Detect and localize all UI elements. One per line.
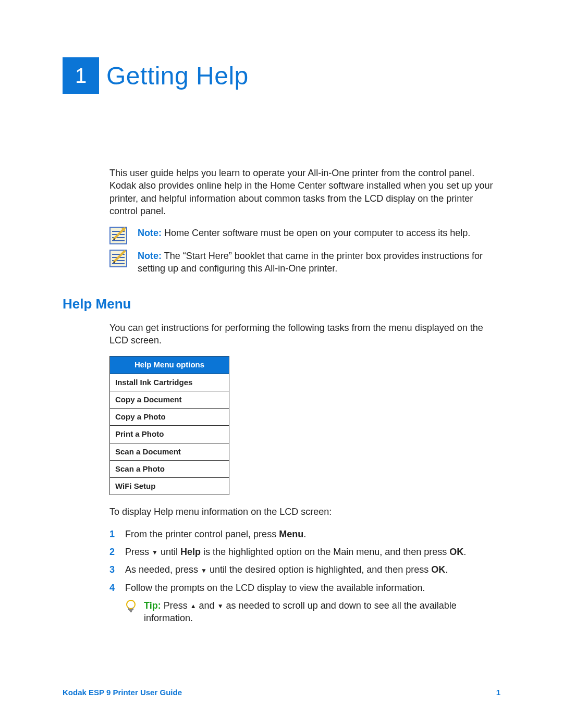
table-cell: Scan a Photo bbox=[110, 460, 229, 477]
table-cell: Scan a Document bbox=[110, 443, 229, 460]
help-menu-table: Help Menu options Install Ink Cartridges… bbox=[109, 356, 229, 495]
step-pre: As needed, press bbox=[125, 564, 201, 575]
page-footer: Kodak ESP 9 Printer User Guide 1 bbox=[63, 688, 500, 697]
table-row: Copy a Photo bbox=[110, 409, 229, 426]
table-cell: Print a Photo bbox=[110, 426, 229, 443]
section-body: You can get instructions for performing … bbox=[109, 322, 500, 625]
step-pre: From the printer control panel, press bbox=[125, 529, 279, 539]
note-row: Note: Home Center software must be open … bbox=[109, 227, 500, 244]
step-post: . bbox=[463, 547, 466, 557]
table-cell: Install Ink Cartridges bbox=[110, 374, 229, 391]
tip-text: Tip: Press ▲ and ▼ as needed to scroll u… bbox=[144, 599, 500, 625]
table-row: Scan a Photo bbox=[110, 460, 229, 477]
section-title: Help Menu bbox=[63, 296, 500, 312]
chapter-number-badge: 1 bbox=[63, 57, 99, 94]
step-bold: Help bbox=[180, 547, 201, 557]
step-number: 1 bbox=[109, 528, 118, 540]
step-number: 4 bbox=[109, 582, 118, 594]
table-row: WiFi Setup bbox=[110, 478, 229, 495]
step-item: 3As needed, press ▼ until the desired op… bbox=[109, 563, 500, 576]
table-row: Install Ink Cartridges bbox=[110, 374, 229, 391]
body-column: This user guide helps you learn to opera… bbox=[109, 167, 500, 275]
step-mid: until the desired option is highlighted,… bbox=[207, 564, 431, 575]
step-text: As needed, press ▼ until the desired opt… bbox=[125, 563, 500, 576]
table-row: Scan a Document bbox=[110, 443, 229, 460]
display-intro: To display Help menu information on the … bbox=[109, 505, 500, 518]
table-cell: Copy a Document bbox=[110, 391, 229, 408]
note-text: Note: The “Start Here” booklet that came… bbox=[138, 250, 500, 275]
table-row: Print a Photo bbox=[110, 426, 229, 443]
intro-paragraph: This user guide helps you learn to opera… bbox=[109, 167, 500, 217]
table-header: Help Menu options bbox=[110, 356, 229, 374]
note-row: Note: The “Start Here” booklet that came… bbox=[109, 250, 500, 275]
step-mid: until bbox=[158, 547, 180, 557]
step-number: 3 bbox=[109, 563, 118, 576]
table-cell: WiFi Setup bbox=[110, 478, 229, 495]
chapter-heading: 1 Getting Help bbox=[63, 57, 500, 94]
section-intro: You can get instructions for performing … bbox=[109, 322, 500, 347]
tip-pre: Press bbox=[164, 600, 190, 611]
note-body: Home Center software must be open on you… bbox=[164, 228, 470, 238]
step-pre: Follow the prompts on the LCD display to… bbox=[125, 583, 425, 593]
step-bold: OK bbox=[431, 564, 445, 575]
step-number: 2 bbox=[109, 546, 118, 558]
note-icon bbox=[109, 250, 127, 267]
table-cell: Copy a Photo bbox=[110, 409, 229, 426]
note-label: Note: bbox=[138, 228, 162, 238]
note-label: Note: bbox=[138, 251, 162, 261]
svg-point-16 bbox=[127, 600, 135, 609]
step-bold2: OK bbox=[449, 547, 463, 557]
note-icon bbox=[109, 227, 127, 244]
table-row: Copy a Document bbox=[110, 391, 229, 408]
step-item: 2Press ▼ until Help is the highlighted o… bbox=[109, 546, 500, 558]
note-body: The “Start Here” booklet that came in th… bbox=[138, 251, 483, 274]
footer-title: Kodak ESP 9 Printer User Guide bbox=[63, 688, 182, 697]
arrow-up-icon: ▲ bbox=[190, 603, 197, 609]
arrow-down-icon: ▼ bbox=[217, 603, 224, 609]
step-bold: Menu bbox=[279, 529, 303, 539]
arrow-down-icon: ▼ bbox=[201, 567, 207, 574]
footer-page-number: 1 bbox=[496, 688, 500, 697]
step-item: 4Follow the prompts on the LCD display t… bbox=[109, 582, 500, 594]
arrow-down-icon: ▼ bbox=[152, 549, 158, 556]
steps-list: 1From the printer control panel, press M… bbox=[109, 528, 500, 594]
step-mid2: is the highlighted option on the Main me… bbox=[201, 547, 449, 557]
tip-label: Tip: bbox=[144, 600, 161, 611]
note-text: Note: Home Center software must be open … bbox=[138, 227, 500, 239]
tip-row: Tip: Press ▲ and ▼ as needed to scroll u… bbox=[125, 599, 500, 625]
page: 1 Getting Help This user guide helps you… bbox=[0, 0, 563, 728]
step-text: Press ▼ until Help is the highlighted op… bbox=[125, 546, 500, 558]
step-pre: Press bbox=[125, 547, 152, 557]
step-text: Follow the prompts on the LCD display to… bbox=[125, 582, 500, 594]
step-post: . bbox=[303, 529, 306, 539]
chapter-title: Getting Help bbox=[106, 61, 249, 90]
tip-mid: and bbox=[197, 600, 217, 611]
lightbulb-icon bbox=[125, 599, 137, 613]
step-text: From the printer control panel, press Me… bbox=[125, 528, 500, 540]
step-item: 1From the printer control panel, press M… bbox=[109, 528, 500, 540]
step-post: . bbox=[445, 564, 448, 575]
